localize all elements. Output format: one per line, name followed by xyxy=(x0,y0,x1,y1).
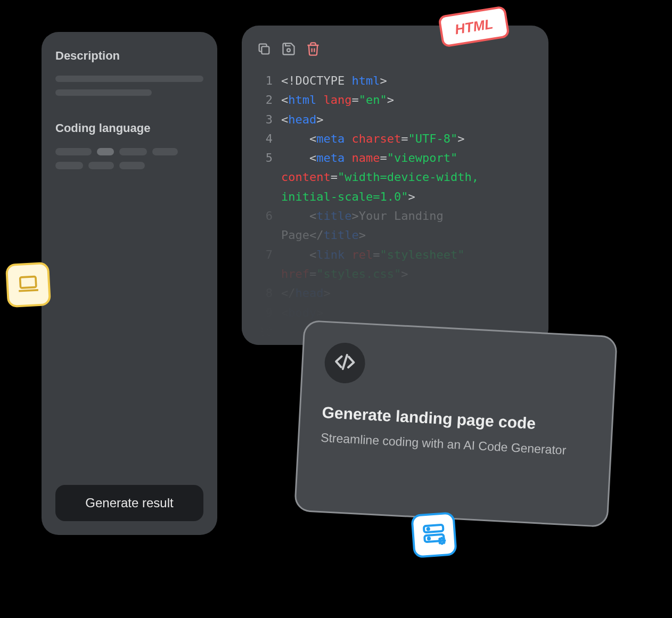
line-number: 8 xyxy=(257,284,281,303)
line-number: 2 xyxy=(257,90,281,110)
code-line: 8 </head> xyxy=(257,284,534,303)
delete-button[interactable] xyxy=(306,42,321,59)
trash-icon xyxy=(306,42,321,59)
language-chip[interactable] xyxy=(88,162,114,169)
language-chip[interactable] xyxy=(119,162,145,169)
generate-result-button[interactable]: Generate result xyxy=(55,485,203,521)
laptop-icon xyxy=(16,271,40,298)
code-line: 5 <meta name="viewport" content="width=d… xyxy=(257,149,534,207)
line-number: 9 xyxy=(257,303,281,323)
code-content: 1 <!DOCTYPE html> 2 <html lang="en"> 3 <… xyxy=(257,71,534,342)
svg-point-7 xyxy=(428,538,430,539)
line-number: 10 xyxy=(257,323,281,342)
line-number: 4 xyxy=(257,129,281,149)
line-number: 6 xyxy=(257,207,281,245)
server-badge xyxy=(411,512,457,558)
language-chip[interactable] xyxy=(55,162,83,169)
line-number: 5 xyxy=(257,149,281,207)
server-gear-icon xyxy=(420,520,448,549)
html-sticker-label: HTML xyxy=(454,15,494,38)
laptop-badge xyxy=(5,262,51,308)
code-line: 1 <!DOCTYPE html> xyxy=(257,71,534,90)
language-chip[interactable] xyxy=(55,148,92,155)
code-line: 6 <title>Your Landing Page</title> xyxy=(257,207,534,245)
code-line: 7 <link rel="stylesheet" href="styles.cs… xyxy=(257,245,534,284)
code-line: 2 <html lang="en"> xyxy=(257,90,534,110)
line-number: 3 xyxy=(257,110,281,129)
code-line: 3 <head> xyxy=(257,110,534,129)
info-card-subtitle: Streamline coding with an AI Code Genera… xyxy=(320,429,589,461)
language-chip-selected[interactable] xyxy=(97,148,114,155)
line-number: 7 xyxy=(257,245,281,284)
placeholder-line xyxy=(55,76,203,82)
save-icon xyxy=(281,42,296,59)
code-output-panel: 1 <!DOCTYPE html> 2 <html lang="en"> 3 <… xyxy=(242,26,548,345)
copy-button[interactable] xyxy=(257,42,272,59)
code-icon-circle xyxy=(324,342,366,384)
svg-point-2 xyxy=(287,48,290,52)
svg-rect-1 xyxy=(261,46,269,54)
svg-line-3 xyxy=(343,355,347,369)
save-button[interactable] xyxy=(281,42,296,59)
copy-icon xyxy=(257,42,272,59)
info-card: Generate landing page code Streamline co… xyxy=(294,320,618,528)
line-number: 1 xyxy=(257,71,281,90)
description-label: Description xyxy=(55,49,203,63)
description-placeholder xyxy=(55,76,203,96)
code-toolbar xyxy=(257,42,534,59)
svg-point-6 xyxy=(427,528,429,530)
code-icon xyxy=(334,351,356,375)
language-chip[interactable] xyxy=(152,148,178,155)
language-chip[interactable] xyxy=(119,148,147,155)
language-chip-row xyxy=(55,162,203,169)
coding-language-label: Coding language xyxy=(55,121,203,135)
code-line: 9 <body> xyxy=(257,303,534,323)
svg-rect-0 xyxy=(20,276,36,288)
language-chip-row xyxy=(55,148,203,155)
input-panel: Description Coding language Generate res… xyxy=(42,32,217,535)
code-line: 4 <meta charset="UTF-8"> xyxy=(257,129,534,149)
placeholder-line xyxy=(55,89,152,96)
